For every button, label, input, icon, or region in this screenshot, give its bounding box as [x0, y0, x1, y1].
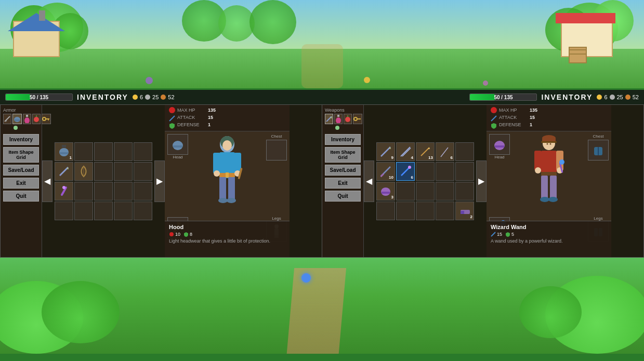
grid-cell-right-15[interactable] [376, 202, 395, 220]
grid-cell-right-16[interactable] [396, 202, 415, 220]
grid-cell-right-11[interactable] [396, 182, 415, 200]
copper-coin-left [161, 95, 166, 100]
armor-icon-helmet[interactable] [12, 114, 22, 124]
grid-cell-right-7[interactable] [416, 162, 435, 181]
svg-line-59 [441, 148, 448, 157]
defense-label-right: DEFENSE [499, 122, 528, 127]
item-stats-left: 10 8 [169, 232, 285, 237]
grid-cell-left-2[interactable] [94, 142, 113, 161]
grid-cell-left-8[interactable] [114, 162, 133, 181]
heart-icon-left [169, 107, 175, 113]
svg-line-68 [491, 116, 496, 121]
grid-cell-right-5[interactable]: 10 [376, 162, 395, 181]
grid-cell-left-1[interactable] [74, 142, 93, 161]
inventory-grid-right: 9 4 13 6 10 6 [375, 141, 475, 221]
grid-cell-left-12[interactable] [94, 182, 113, 200]
defense-label-left: DEFENSE [177, 122, 206, 127]
right-sidebar: Weapons Inventory Item Shape Grid Sa [322, 105, 364, 257]
grid-cell-left-0[interactable]: 1 [55, 142, 73, 161]
exit-btn-left[interactable]: Exit [3, 178, 39, 189]
svg-rect-3 [15, 119, 20, 121]
item-shape-grid-btn-right[interactable]: Item Shape Grid [325, 147, 361, 163]
grid-cell-right-8[interactable] [436, 162, 454, 181]
inventory-btn-right[interactable]: Inventory [325, 134, 361, 145]
silver-amount-left: 25 [152, 94, 159, 100]
grid-cell-right-13[interactable] [436, 182, 454, 200]
exit-btn-right[interactable]: Exit [325, 178, 361, 189]
quit-btn-right[interactable]: Quit [325, 191, 361, 202]
item-stat1-left: 10 [169, 232, 180, 237]
svg-rect-75 [541, 151, 557, 176]
grid-cell-left-3[interactable] [114, 142, 133, 161]
hud-bar: 50 / 135 INVENTORY 6 25 52 50 / 135 INVE… [0, 90, 644, 104]
grid-cell-right-10[interactable]: 3 [376, 182, 395, 200]
svg-point-44 [169, 232, 174, 236]
grid-cell-left-5[interactable] [55, 162, 73, 181]
attack-label-left: ATTACK [177, 115, 206, 120]
svg-rect-78 [541, 172, 557, 176]
grid-nav-right: ◀ 9 4 13 6 10 [364, 105, 487, 257]
svg-line-56 [402, 148, 411, 156]
save-load-btn-right[interactable]: Save/Load [325, 165, 361, 176]
svg-rect-61 [380, 173, 384, 177]
grid-cell-left-11[interactable] [74, 182, 93, 200]
grid-cell-right-18[interactable] [436, 202, 454, 220]
grid-cell-right-6[interactable]: 6 [396, 162, 415, 181]
grid-cell-left-15[interactable] [55, 202, 73, 220]
save-load-btn-left[interactable]: Save/Load [3, 165, 39, 176]
next-arrow-right[interactable]: ▶ [476, 161, 487, 202]
grid-cell-left-14[interactable] [134, 182, 152, 200]
weapons-indicator [335, 126, 339, 130]
grid-cell-right-3[interactable]: 6 [436, 142, 454, 161]
chest-slot-right[interactable]: Chest [588, 134, 609, 161]
head-slot-left[interactable]: Head [167, 134, 188, 159]
silver-coin-right [610, 95, 615, 100]
grid-cell-right-0[interactable]: 9 [376, 142, 395, 161]
grid-cell-left-4[interactable] [134, 142, 152, 161]
item-count-right-10: 3 [391, 195, 393, 199]
armor-icon-potion [23, 114, 31, 124]
svg-point-19 [62, 186, 65, 189]
hp-text-right: 50 / 135 [470, 94, 536, 101]
grid-cell-right-19[interactable]: 2 [455, 202, 474, 220]
grid-cell-left-13[interactable] [114, 182, 133, 200]
grid-cell-right-1[interactable]: 4 [396, 142, 415, 161]
item-count-right-0: 9 [391, 155, 393, 160]
svg-line-57 [421, 148, 429, 156]
grid-cell-left-7[interactable] [94, 162, 113, 181]
head-slot-right[interactable]: Head [489, 134, 510, 159]
legs-label-left: Legs [272, 216, 281, 221]
item-shape-grid-btn-left[interactable]: Item Shape Grid [3, 147, 39, 163]
prev-arrow-right[interactable]: ◀ [364, 161, 374, 202]
character-figure-left [204, 134, 251, 217]
quit-btn-left[interactable]: Quit [3, 191, 39, 202]
grid-cell-left-6[interactable] [74, 162, 93, 181]
item-stat1-value-left: 10 [175, 232, 180, 237]
grid-cell-left-19[interactable] [134, 202, 152, 220]
item-name-left: Hood [169, 224, 285, 230]
grid-cell-right-4[interactable] [455, 142, 474, 161]
item-count-right-19: 2 [470, 215, 472, 219]
character-area-right: MAX HP 135 ATTACK 15 DEFENSE 1 [487, 105, 611, 257]
grid-nav-left: ◀ 1 [42, 105, 165, 257]
attack-value-left: 15 [208, 115, 213, 120]
grid-cell-right-9[interactable] [455, 162, 474, 181]
prev-arrow-left[interactable]: ◀ [42, 161, 52, 202]
item-stat1-value-right: 15 [497, 232, 502, 237]
grid-cell-right-2[interactable]: 13 [416, 142, 435, 161]
game-background-top [0, 0, 644, 88]
svg-rect-67 [461, 211, 464, 214]
weapons-icon-sword[interactable] [325, 114, 333, 124]
grid-cell-left-9[interactable] [134, 162, 152, 181]
inventory-btn-left[interactable]: Inventory [3, 134, 39, 145]
grid-cell-left-17[interactable] [94, 202, 113, 220]
grid-cell-left-18[interactable] [114, 202, 133, 220]
chest-slot-left[interactable]: Chest [266, 134, 287, 161]
grid-cell-left-16[interactable] [74, 202, 93, 220]
grid-cell-right-17[interactable] [416, 202, 435, 220]
grid-cell-right-14[interactable] [455, 182, 474, 200]
grid-cell-left-10[interactable] [55, 182, 73, 200]
next-arrow-left[interactable]: ▶ [154, 161, 165, 202]
attack-value-right: 15 [530, 115, 535, 120]
grid-cell-right-12[interactable] [416, 182, 435, 200]
